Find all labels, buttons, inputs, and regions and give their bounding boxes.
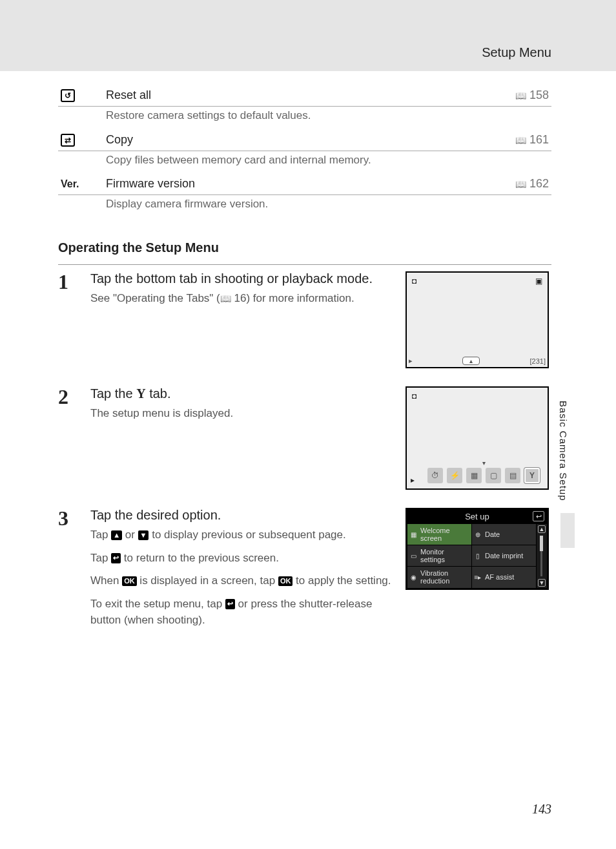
step-1: 1 Tap the bottom tab in shooting or play… (58, 271, 551, 368)
page-up-icon: ▲ (111, 530, 122, 540)
page-header-bar: Setup Menu (0, 0, 616, 71)
step-2: 2 Tap the Y tab. The setup menu is displ… (58, 386, 551, 490)
setup-item-date-imprint: ▯Date imprint (472, 545, 536, 566)
side-chapter-label: Basic Camera Setup (558, 401, 569, 501)
section-heading: Operating the Setup Menu (58, 240, 551, 255)
tab-up-button: ▴ (462, 357, 480, 365)
ok-icon: OK (278, 576, 293, 586)
lcd-tab-bar: ▾ ⏱ ⚡ ▦ ▢ ▤ Y (426, 459, 541, 483)
page-ref: 158 (493, 84, 551, 107)
step-number: 3 (58, 508, 77, 529)
back-icon: ↩ (111, 553, 121, 563)
camera-mode-icon: ◘ (412, 277, 416, 286)
page-ref: 162 (493, 173, 551, 195)
menu-item-title: Firmware version (103, 173, 493, 195)
copy-icon: ⇄ (58, 129, 103, 151)
page-ref: 161 (493, 129, 551, 151)
step-title: Tap the desired option. (90, 508, 393, 523)
setup-scrollbar: ▲ ▼ (537, 524, 547, 588)
step-3-figure: Set up ↩ ▦Welcome screen ⊕Date ▲ ▼ ▭Moni… (406, 508, 551, 590)
divider (58, 264, 551, 265)
tab-exposure-icon: ▤ (505, 468, 520, 483)
reset-icon: ↺ (58, 84, 103, 107)
setup-item-date: ⊕Date (472, 524, 536, 545)
step-1-figure: ◘ ▣ ▸ ▴ [231] (406, 271, 551, 368)
tab-movie-icon: ▦ (466, 468, 482, 483)
af-assist-icon: ≡▸ (473, 572, 482, 582)
page-number: 143 (532, 802, 551, 817)
battery-icon: ▣ (535, 277, 542, 286)
menu-item-desc: Display camera firmware version. (103, 195, 551, 218)
book-icon (220, 292, 231, 304)
menu-item-title: Reset all (103, 84, 493, 107)
book-icon (515, 177, 526, 190)
book-icon (515, 89, 526, 101)
setup-item-vibration-reduction: ◉Vibration reduction (407, 567, 471, 587)
setup-item-monitor-settings: ▭Monitor settings (407, 545, 471, 566)
scroll-up-icon: ▲ (538, 525, 546, 533)
setup-item-welcome-screen: ▦Welcome screen (407, 524, 471, 545)
vr-icon: ◉ (409, 572, 418, 582)
clock-icon: ⊕ (473, 530, 482, 539)
setup-back-button: ↩ (533, 511, 544, 521)
side-chapter-tab: Basic Camera Setup (558, 401, 577, 548)
side-tab-marker (560, 513, 575, 548)
menu-item-desc: Copy files between memory card and inter… (103, 151, 551, 174)
step-2-figure: ◘ ▸ ▾ ⏱ ⚡ ▦ ▢ ▤ Y (406, 386, 551, 490)
version-icon: Ver. (58, 173, 103, 195)
shots-remaining: [231] (530, 357, 546, 365)
menu-item-title: Copy (103, 129, 493, 151)
back-icon: ↩ (225, 599, 235, 609)
menu-item-desc: Restore camera settings to default value… (103, 107, 551, 129)
chevron-down-icon: ▾ (426, 459, 541, 466)
menu-row-reset-all: ↺ Reset all 158 (58, 84, 551, 107)
chevron-right-icon: ▸ (409, 357, 413, 365)
camera-mode-icon: ◘ (412, 392, 416, 401)
tab-flash-icon: ⚡ (447, 468, 462, 483)
date-imprint-icon: ▯ (473, 551, 482, 560)
step-title: Tap the Y tab. (90, 386, 393, 401)
camera-lcd-screen: ◘ ▣ ▸ ▴ [231] (406, 271, 549, 368)
ok-icon: OK (122, 576, 137, 586)
setup-item-af-assist: ≡▸AF assist (472, 567, 536, 587)
page-header-title: Setup Menu (482, 45, 551, 60)
step-desc: Tap ▲ or ▼ to display previous or subseq… (90, 527, 393, 629)
setup-screen-title: Set up (465, 512, 489, 521)
step-number: 2 (58, 386, 77, 407)
tab-setup-icon: Y (524, 468, 540, 483)
tab-timer-icon: ⏱ (427, 468, 443, 483)
menu-row-copy: ⇄ Copy 161 (58, 129, 551, 151)
monitor-icon: ▭ (409, 551, 418, 560)
chevron-right-icon: ▸ (411, 476, 415, 485)
step-desc: The setup menu is displayed. (90, 405, 393, 422)
step-number: 1 (58, 271, 77, 292)
tab-quality-icon: ▢ (486, 468, 501, 483)
menu-row-firmware: Ver. Firmware version 162 (58, 173, 551, 195)
step-title: Tap the bottom tab in shooting or playba… (90, 271, 393, 286)
setup-menu-screen: Set up ↩ ▦Welcome screen ⊕Date ▲ ▼ ▭Moni… (406, 508, 549, 590)
page-content: ↺ Reset all 158 Restore camera settings … (0, 71, 616, 635)
setup-menu-items-table: ↺ Reset all 158 Restore camera settings … (58, 84, 551, 217)
step-3: 3 Tap the desired option. Tap ▲ or ▼ to … (58, 508, 551, 635)
book-icon (515, 133, 526, 146)
page-down-icon: ▼ (138, 530, 149, 540)
welcome-icon: ▦ (409, 530, 418, 539)
scroll-down-icon: ▼ (538, 579, 546, 587)
camera-lcd-screen-tabs: ◘ ▸ ▾ ⏱ ⚡ ▦ ▢ ▤ Y (406, 386, 549, 490)
step-desc: See "Operating the Tabs" ( 16) for more … (90, 290, 393, 307)
